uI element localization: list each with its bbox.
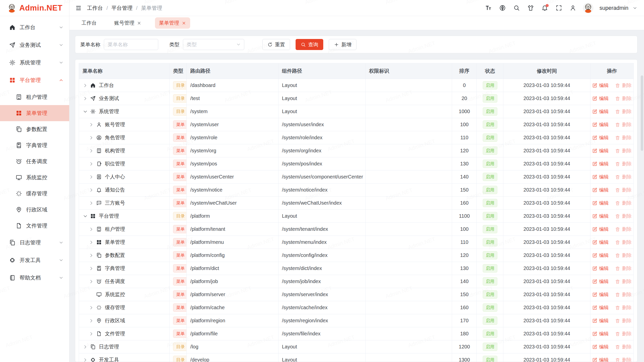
tab-active[interactable]: 菜单管理 — [155, 17, 190, 29]
chevron-right-icon[interactable] — [89, 187, 94, 193]
edit-button[interactable]: 编辑 — [592, 318, 609, 324]
delete-button[interactable]: 删除 — [615, 174, 631, 180]
chevron-right-icon[interactable] — [83, 357, 88, 362]
tab-item[interactable]: 账号管理 — [110, 17, 145, 29]
delete-button[interactable]: 删除 — [615, 252, 631, 259]
search-icon[interactable] — [511, 3, 522, 14]
sidebar-item[interactable]: 文件管理 — [0, 218, 69, 234]
edit-button[interactable]: 编辑 — [592, 121, 609, 128]
edit-button[interactable]: 编辑 — [592, 108, 609, 115]
edit-button[interactable]: 编辑 — [592, 252, 609, 259]
edit-button[interactable]: 编辑 — [592, 357, 609, 362]
bell-icon[interactable] — [539, 3, 550, 14]
edit-button[interactable]: 编辑 — [592, 226, 609, 233]
language-icon[interactable] — [497, 3, 508, 14]
sidebar-item[interactable]: 开发工具 — [0, 251, 69, 269]
sidebar-item[interactable]: 菜单管理 — [0, 105, 69, 121]
delete-button[interactable]: 删除 — [615, 331, 631, 337]
chevron-right-icon[interactable] — [89, 253, 94, 258]
close-icon[interactable] — [137, 21, 141, 25]
breadcrumb-item[interactable]: 平台管理 — [111, 5, 133, 12]
edit-button[interactable]: 编辑 — [592, 148, 609, 154]
menu-name-input[interactable] — [104, 39, 158, 50]
sidebar-item[interactable]: 任务调度 — [0, 153, 69, 169]
avatar[interactable] — [583, 3, 593, 13]
sidebar-item[interactable]: 字典管理 — [0, 137, 69, 153]
delete-button[interactable]: 删除 — [615, 239, 631, 246]
sidebar-item[interactable]: 缓存管理 — [0, 186, 69, 202]
reset-button[interactable]: 重置 — [262, 39, 290, 50]
delete-button[interactable]: 删除 — [615, 291, 631, 298]
chevron-right-icon[interactable] — [89, 266, 94, 271]
username[interactable]: superadmin — [599, 5, 628, 11]
sidebar-item[interactable]: 平台管理 — [0, 71, 69, 89]
chevron-right-icon[interactable] — [89, 305, 94, 310]
collapse-row-icon[interactable] — [83, 109, 88, 114]
collapse-row-icon[interactable] — [83, 213, 88, 219]
edit-button[interactable]: 编辑 — [592, 304, 609, 311]
delete-button[interactable]: 删除 — [615, 82, 631, 89]
chevron-right-icon[interactable] — [89, 227, 94, 232]
chevron-right-icon[interactable] — [83, 83, 88, 88]
sidebar-item[interactable]: 租户管理 — [0, 89, 69, 105]
sidebar-item[interactable]: 业务测试 — [0, 36, 69, 54]
delete-button[interactable]: 删除 — [615, 134, 631, 141]
edit-button[interactable]: 编辑 — [592, 213, 609, 219]
user-icon[interactable] — [567, 3, 578, 14]
sidebar-item[interactable]: 参数配置 — [0, 121, 69, 137]
chevron-right-icon[interactable] — [89, 174, 94, 180]
chevron-right-icon[interactable] — [83, 96, 88, 101]
fullscreen-icon[interactable] — [553, 3, 564, 14]
theme-icon[interactable] — [525, 3, 536, 14]
edit-button[interactable]: 编辑 — [592, 344, 609, 350]
edit-button[interactable]: 编辑 — [592, 82, 609, 89]
font-size-icon[interactable] — [483, 3, 494, 14]
sidebar-item[interactable]: 日志管理 — [0, 234, 69, 251]
chevron-right-icon[interactable] — [89, 318, 94, 324]
breadcrumb-item[interactable]: 工作台 — [87, 5, 103, 12]
chevron-right-icon[interactable] — [89, 122, 94, 127]
edit-button[interactable]: 编辑 — [592, 95, 609, 102]
delete-button[interactable]: 删除 — [615, 226, 631, 233]
sidebar-item[interactable]: 系统管理 — [0, 54, 69, 71]
edit-button[interactable]: 编辑 — [592, 239, 609, 246]
chevron-right-icon[interactable] — [89, 200, 94, 206]
delete-button[interactable]: 删除 — [615, 318, 631, 324]
brand[interactable]: Admin.NET — [0, 0, 69, 16]
delete-button[interactable]: 删除 — [615, 200, 631, 206]
edit-button[interactable]: 编辑 — [592, 331, 609, 337]
add-button[interactable]: 新增 — [329, 39, 356, 50]
chevron-right-icon[interactable] — [89, 279, 94, 284]
edit-button[interactable]: 编辑 — [592, 265, 609, 272]
delete-button[interactable]: 删除 — [615, 278, 631, 285]
delete-button[interactable]: 删除 — [615, 213, 631, 219]
edit-button[interactable]: 编辑 — [592, 161, 609, 167]
edit-button[interactable]: 编辑 — [592, 291, 609, 298]
sidebar-item[interactable]: 行政区域 — [0, 202, 69, 218]
delete-button[interactable]: 删除 — [615, 304, 631, 311]
scrollbar-thumb[interactable] — [641, 75, 643, 151]
close-icon[interactable] — [182, 21, 186, 25]
chevron-right-icon[interactable] — [83, 344, 88, 350]
delete-button[interactable]: 删除 — [615, 148, 631, 154]
delete-button[interactable]: 删除 — [615, 187, 631, 193]
delete-button[interactable]: 删除 — [615, 265, 631, 272]
chevron-right-icon[interactable] — [89, 135, 94, 141]
edit-button[interactable]: 编辑 — [592, 134, 609, 141]
type-select[interactable]: 类型 — [183, 39, 244, 50]
delete-button[interactable]: 删除 — [615, 121, 631, 128]
edit-button[interactable]: 编辑 — [592, 200, 609, 206]
chevron-right-icon[interactable] — [89, 240, 94, 245]
delete-button[interactable]: 删除 — [615, 357, 631, 362]
delete-button[interactable]: 删除 — [615, 108, 631, 115]
collapse-sidebar-icon[interactable] — [75, 5, 82, 12]
search-button[interactable]: 查询 — [296, 39, 323, 50]
edit-button[interactable]: 编辑 — [592, 278, 609, 285]
delete-button[interactable]: 删除 — [615, 344, 631, 350]
chevron-right-icon[interactable] — [89, 148, 94, 154]
chevron-right-icon[interactable] — [89, 331, 94, 337]
edit-button[interactable]: 编辑 — [592, 187, 609, 193]
tab-item[interactable]: 工作台 — [77, 17, 101, 29]
delete-button[interactable]: 删除 — [615, 95, 631, 102]
sidebar-item[interactable]: 工作台 — [0, 19, 69, 36]
